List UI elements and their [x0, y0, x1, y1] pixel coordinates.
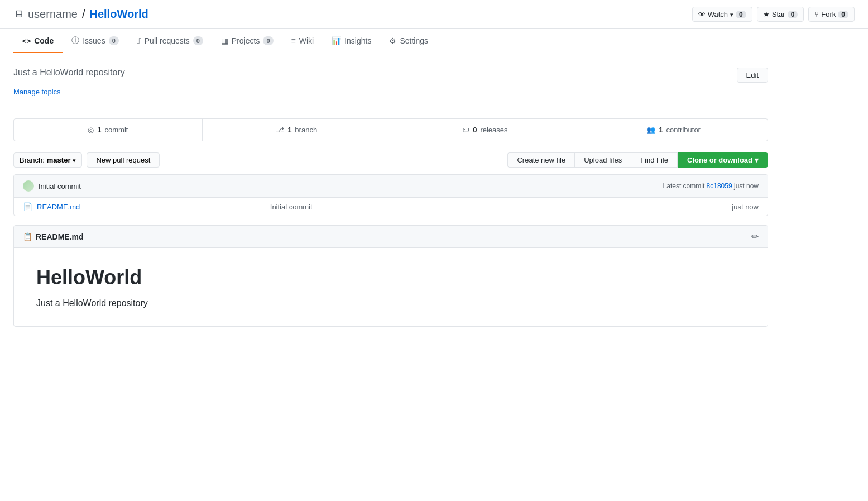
- commits-stat[interactable]: ◎ 1 commit: [14, 119, 203, 141]
- watch-count: 0: [736, 11, 746, 18]
- readme-edit-icon[interactable]: ✏: [751, 231, 759, 242]
- readme-description: Just a HelloWorld repository: [36, 298, 745, 308]
- stats-bar: ◎ 1 commit ⎇ 1 branch 🏷 0 releases 👥 1 c…: [13, 118, 768, 141]
- commit-right: Latest commit 8c18059 just now: [663, 182, 759, 190]
- branch-selector[interactable]: Branch: master: [13, 152, 82, 168]
- clone-or-download-button[interactable]: Clone or download ▾: [678, 152, 768, 168]
- clone-or-download-label: Clone or download: [687, 156, 752, 164]
- create-new-file-button[interactable]: Create new file: [507, 152, 574, 168]
- tab-projects[interactable]: ▦ Projects 0: [212, 30, 282, 53]
- chevron-down-icon: [73, 156, 76, 164]
- tab-code[interactable]: Code: [13, 30, 63, 53]
- branches-label: branch: [295, 126, 317, 134]
- tab-code-label: Code: [34, 36, 54, 45]
- tab-projects-label: Projects: [232, 36, 260, 45]
- commit-hash[interactable]: 8c18059: [707, 182, 732, 190]
- file-icon: 📄: [23, 202, 32, 211]
- chevron-down-icon: [730, 10, 733, 18]
- contributors-stat[interactable]: 👥 1 contributor: [579, 119, 768, 141]
- tab-wiki[interactable]: ≡ Wiki: [282, 30, 323, 53]
- repo-icon: 🖥: [13, 8, 23, 20]
- star-label: Star: [772, 10, 785, 18]
- readme-title: 📋 README.md: [23, 232, 84, 241]
- watch-label: Watch: [708, 10, 728, 18]
- book-icon: 📋: [23, 232, 32, 241]
- readme-section: 📋 README.md ✏ HelloWorld Just a HelloWor…: [13, 225, 768, 327]
- commit-icon: ◎: [88, 126, 94, 134]
- branch-name: master: [47, 156, 71, 164]
- manage-topics-link[interactable]: Manage topics: [13, 88, 61, 96]
- separator: /: [82, 8, 85, 21]
- chevron-down-icon: ▾: [755, 156, 759, 164]
- fork-count: 0: [838, 11, 848, 18]
- projects-icon: ▦: [221, 36, 228, 45]
- fork-button[interactable]: ⑂ Fork 0: [808, 7, 855, 22]
- right-file-actions: Create new file Upload files Find File C…: [507, 152, 768, 168]
- issues-icon: ⓘ: [71, 36, 79, 46]
- tab-settings[interactable]: ⚙ Settings: [380, 30, 437, 53]
- pr-badge: 0: [193, 36, 203, 45]
- tab-pull-requests[interactable]: ⑀ Pull requests 0: [128, 30, 212, 53]
- readme-heading: HelloWorld: [36, 266, 745, 289]
- branches-stat[interactable]: ⎇ 1 branch: [203, 119, 391, 141]
- code-icon: [22, 36, 31, 45]
- tab-wiki-label: Wiki: [299, 36, 314, 45]
- fork-icon: ⑂: [814, 10, 819, 18]
- commit-header: Initial commit Latest commit 8c18059 jus…: [14, 175, 768, 198]
- commit-left: Initial commit: [23, 180, 81, 192]
- repo-name-link[interactable]: HelloWorld: [90, 8, 148, 21]
- tab-issues[interactable]: ⓘ Issues 0: [63, 29, 128, 54]
- tab-pr-label: Pull requests: [145, 36, 190, 45]
- watch-button[interactable]: 👁 Watch 0: [692, 7, 752, 22]
- insights-icon: 📊: [332, 36, 341, 45]
- commits-count: 1: [97, 126, 101, 134]
- releases-count: 0: [473, 126, 477, 134]
- tag-icon: 🏷: [462, 126, 469, 134]
- left-file-actions: Branch: master New pull request: [13, 152, 160, 168]
- people-icon: 👥: [646, 126, 655, 134]
- commit-message: Initial commit: [39, 182, 81, 190]
- wiki-icon: ≡: [291, 36, 296, 45]
- file-actions-row: Branch: master New pull request Create n…: [13, 152, 768, 168]
- commits-label: commit: [105, 126, 128, 134]
- repo-description-text: Just a HelloWorld repository: [13, 68, 125, 78]
- pr-icon: ⑀: [137, 36, 141, 45]
- contributors-count: 1: [659, 126, 663, 134]
- edit-description-button[interactable]: Edit: [737, 68, 768, 83]
- repo-title: 🖥 username / HelloWorld: [13, 8, 148, 21]
- readme-filename: README.md: [36, 232, 84, 241]
- repo-owner: username: [28, 8, 78, 21]
- file-commit-message: Initial commit: [270, 203, 728, 211]
- find-file-button[interactable]: Find File: [631, 152, 678, 168]
- star-count: 0: [788, 11, 798, 18]
- nav-tabs: Code ⓘ Issues 0 ⑀ Pull requests 0 ▦ Proj…: [0, 29, 868, 54]
- star-button[interactable]: ★ Star 0: [757, 7, 804, 22]
- readme-header: 📋 README.md ✏: [14, 226, 768, 248]
- tab-settings-label: Settings: [400, 36, 428, 45]
- file-name-link[interactable]: README.md: [37, 203, 266, 211]
- latest-commit-prefix: Latest commit: [663, 182, 705, 190]
- branch-icon: ⎇: [276, 126, 284, 134]
- tab-insights[interactable]: 📊 Insights: [323, 30, 380, 53]
- file-table: Initial commit Latest commit 8c18059 jus…: [13, 174, 768, 216]
- tab-insights-label: Insights: [344, 36, 371, 45]
- eye-icon: 👁: [698, 10, 706, 18]
- fork-label: Fork: [821, 10, 836, 18]
- settings-icon: ⚙: [389, 36, 396, 45]
- top-header: 🖥 username / HelloWorld 👁 Watch 0 ★ Star…: [0, 0, 868, 29]
- contributors-label: contributor: [666, 126, 701, 134]
- commit-time: just now: [734, 182, 759, 190]
- releases-stat[interactable]: 🏷 0 releases: [391, 119, 580, 141]
- projects-badge: 0: [263, 36, 273, 45]
- tab-issues-label: Issues: [83, 36, 105, 45]
- table-row: 📄 README.md Initial commit just now: [14, 198, 768, 216]
- new-pull-request-button[interactable]: New pull request: [87, 152, 160, 168]
- releases-label: releases: [480, 126, 507, 134]
- star-icon: ★: [763, 10, 770, 18]
- repo-description-section: Just a HelloWorld repository Edit: [13, 68, 768, 83]
- upload-files-button[interactable]: Upload files: [574, 152, 631, 168]
- file-time: just now: [732, 203, 759, 211]
- branch-prefix-label: Branch:: [20, 156, 45, 164]
- readme-content: HelloWorld Just a HelloWorld repository: [14, 248, 768, 326]
- issues-badge: 0: [109, 36, 119, 45]
